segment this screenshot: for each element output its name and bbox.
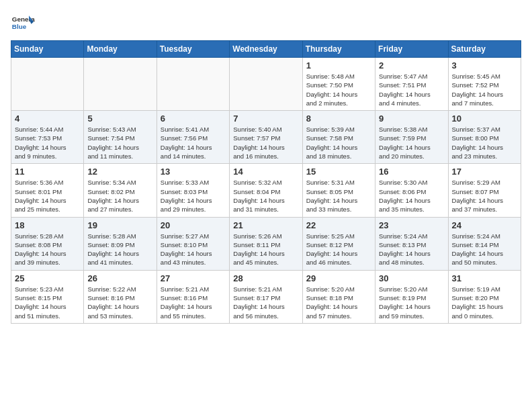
day-number: 4 [15, 113, 80, 124]
day-detail: Sunrise: 5:41 AM Sunset: 7:56 PM Dayligh… [161, 125, 226, 161]
calendar-cell: 15Sunrise: 5:31 AM Sunset: 8:05 PM Dayli… [302, 164, 375, 217]
calendar-cell: 19Sunrise: 5:28 AM Sunset: 8:09 PM Dayli… [84, 217, 157, 270]
day-detail: Sunrise: 5:28 AM Sunset: 8:08 PM Dayligh… [15, 232, 80, 267]
calendar-cell: 28Sunrise: 5:21 AM Sunset: 8:17 PM Dayli… [230, 270, 302, 323]
day-detail: Sunrise: 5:38 AM Sunset: 7:59 PM Dayligh… [379, 125, 444, 161]
day-detail: Sunrise: 5:45 AM Sunset: 7:52 PM Dayligh… [452, 72, 517, 107]
day-number: 10 [452, 113, 517, 124]
day-detail: Sunrise: 5:32 AM Sunset: 8:04 PM Dayligh… [233, 178, 298, 214]
day-detail: Sunrise: 5:22 AM Sunset: 8:16 PM Dayligh… [87, 285, 152, 320]
day-number: 5 [87, 113, 152, 124]
day-detail: Sunrise: 5:34 AM Sunset: 8:02 PM Dayligh… [87, 178, 152, 214]
calendar-cell: 20Sunrise: 5:27 AM Sunset: 8:10 PM Dayli… [157, 217, 229, 270]
day-number: 14 [233, 167, 298, 177]
day-number: 11 [15, 167, 80, 177]
day-detail: Sunrise: 5:44 AM Sunset: 7:53 PM Dayligh… [15, 125, 80, 161]
weekday-header-sunday: Sunday [11, 41, 84, 58]
day-detail: Sunrise: 5:36 AM Sunset: 8:01 PM Dayligh… [15, 178, 80, 214]
day-detail: Sunrise: 5:21 AM Sunset: 8:17 PM Dayligh… [233, 285, 298, 320]
day-number: 2 [379, 60, 444, 71]
day-detail: Sunrise: 5:26 AM Sunset: 8:11 PM Dayligh… [233, 232, 298, 267]
calendar-cell: 1Sunrise: 5:48 AM Sunset: 7:50 PM Daylig… [302, 58, 375, 111]
calendar-cell: 25Sunrise: 5:23 AM Sunset: 8:15 PM Dayli… [11, 270, 84, 323]
weekday-header-monday: Monday [84, 41, 157, 58]
day-detail: Sunrise: 5:28 AM Sunset: 8:09 PM Dayligh… [87, 232, 152, 267]
weekday-header-tuesday: Tuesday [157, 41, 229, 58]
calendar-cell [157, 58, 229, 111]
day-detail: Sunrise: 5:21 AM Sunset: 8:16 PM Dayligh… [161, 285, 226, 320]
page-container: General Blue SundayMondayTuesdayWednesda… [0, 0, 532, 329]
calendar-cell: 29Sunrise: 5:20 AM Sunset: 8:18 PM Dayli… [302, 270, 375, 323]
calendar-cell: 21Sunrise: 5:26 AM Sunset: 8:11 PM Dayli… [230, 217, 302, 270]
day-detail: Sunrise: 5:20 AM Sunset: 8:18 PM Dayligh… [306, 285, 371, 320]
day-detail: Sunrise: 5:31 AM Sunset: 8:05 PM Dayligh… [306, 178, 371, 214]
week-row-2: 4Sunrise: 5:44 AM Sunset: 7:53 PM Daylig… [11, 111, 521, 164]
day-number: 20 [161, 220, 226, 230]
calendar-cell [11, 58, 84, 111]
day-number: 28 [233, 273, 298, 283]
day-detail: Sunrise: 5:43 AM Sunset: 7:54 PM Dayligh… [87, 125, 152, 161]
day-detail: Sunrise: 5:39 AM Sunset: 7:58 PM Dayligh… [306, 125, 371, 161]
day-detail: Sunrise: 5:24 AM Sunset: 8:14 PM Dayligh… [452, 232, 517, 267]
calendar-cell: 7Sunrise: 5:40 AM Sunset: 7:57 PM Daylig… [230, 111, 302, 164]
day-detail: Sunrise: 5:40 AM Sunset: 7:57 PM Dayligh… [233, 125, 298, 161]
day-number: 13 [161, 167, 226, 177]
weekday-header-row: SundayMondayTuesdayWednesdayThursdayFrid… [11, 41, 521, 58]
day-number: 9 [379, 113, 444, 124]
calendar-cell: 31Sunrise: 5:19 AM Sunset: 8:20 PM Dayli… [448, 270, 521, 323]
week-row-1: 1Sunrise: 5:48 AM Sunset: 7:50 PM Daylig… [11, 58, 521, 111]
calendar-cell: 24Sunrise: 5:24 AM Sunset: 8:14 PM Dayli… [448, 217, 521, 270]
calendar-cell: 11Sunrise: 5:36 AM Sunset: 8:01 PM Dayli… [11, 164, 84, 217]
day-number: 18 [15, 220, 80, 230]
calendar-cell: 2Sunrise: 5:47 AM Sunset: 7:51 PM Daylig… [375, 58, 448, 111]
calendar-cell: 14Sunrise: 5:32 AM Sunset: 8:04 PM Dayli… [230, 164, 302, 217]
week-row-5: 25Sunrise: 5:23 AM Sunset: 8:15 PM Dayli… [11, 270, 521, 323]
day-detail: Sunrise: 5:33 AM Sunset: 8:03 PM Dayligh… [161, 178, 226, 214]
calendar-cell: 17Sunrise: 5:29 AM Sunset: 8:07 PM Dayli… [448, 164, 521, 217]
calendar-cell: 30Sunrise: 5:20 AM Sunset: 8:19 PM Dayli… [375, 270, 448, 323]
calendar-cell: 22Sunrise: 5:25 AM Sunset: 8:12 PM Dayli… [302, 217, 375, 270]
day-number: 17 [452, 167, 517, 177]
day-number: 23 [379, 220, 444, 230]
calendar-cell: 4Sunrise: 5:44 AM Sunset: 7:53 PM Daylig… [11, 111, 84, 164]
day-number: 1 [306, 60, 371, 71]
logo: General Blue [11, 11, 35, 35]
weekday-header-thursday: Thursday [302, 41, 375, 58]
svg-text:Blue: Blue [12, 23, 27, 30]
calendar-cell [84, 58, 157, 111]
calendar-cell: 9Sunrise: 5:38 AM Sunset: 7:59 PM Daylig… [375, 111, 448, 164]
day-detail: Sunrise: 5:47 AM Sunset: 7:51 PM Dayligh… [379, 72, 444, 107]
day-detail: Sunrise: 5:30 AM Sunset: 8:06 PM Dayligh… [379, 178, 444, 214]
week-row-3: 11Sunrise: 5:36 AM Sunset: 8:01 PM Dayli… [11, 164, 521, 217]
calendar-cell: 8Sunrise: 5:39 AM Sunset: 7:58 PM Daylig… [302, 111, 375, 164]
weekday-header-wednesday: Wednesday [230, 41, 302, 58]
calendar-cell: 23Sunrise: 5:24 AM Sunset: 8:13 PM Dayli… [375, 217, 448, 270]
day-number: 22 [306, 220, 371, 230]
day-detail: Sunrise: 5:48 AM Sunset: 7:50 PM Dayligh… [306, 72, 371, 107]
calendar-cell: 18Sunrise: 5:28 AM Sunset: 8:08 PM Dayli… [11, 217, 84, 270]
day-detail: Sunrise: 5:25 AM Sunset: 8:12 PM Dayligh… [306, 232, 371, 267]
day-number: 15 [306, 167, 371, 177]
day-number: 21 [233, 220, 298, 230]
day-number: 31 [452, 273, 517, 283]
day-number: 29 [306, 273, 371, 283]
day-detail: Sunrise: 5:37 AM Sunset: 8:00 PM Dayligh… [452, 125, 517, 161]
day-detail: Sunrise: 5:19 AM Sunset: 8:20 PM Dayligh… [452, 285, 517, 320]
day-number: 27 [161, 273, 226, 283]
calendar-cell: 26Sunrise: 5:22 AM Sunset: 8:16 PM Dayli… [84, 270, 157, 323]
day-number: 25 [15, 273, 80, 283]
calendar-table: SundayMondayTuesdayWednesdayThursdayFrid… [11, 40, 521, 324]
weekday-header-saturday: Saturday [448, 41, 521, 58]
week-row-4: 18Sunrise: 5:28 AM Sunset: 8:08 PM Dayli… [11, 217, 521, 270]
calendar-cell: 12Sunrise: 5:34 AM Sunset: 8:02 PM Dayli… [84, 164, 157, 217]
calendar-cell: 16Sunrise: 5:30 AM Sunset: 8:06 PM Dayli… [375, 164, 448, 217]
day-detail: Sunrise: 5:27 AM Sunset: 8:10 PM Dayligh… [161, 232, 226, 267]
logo-icon: General Blue [11, 11, 35, 35]
day-number: 3 [452, 60, 517, 71]
day-detail: Sunrise: 5:20 AM Sunset: 8:19 PM Dayligh… [379, 285, 444, 320]
day-number: 19 [87, 220, 152, 230]
day-detail: Sunrise: 5:23 AM Sunset: 8:15 PM Dayligh… [15, 285, 80, 320]
day-number: 30 [379, 273, 444, 283]
day-number: 24 [452, 220, 517, 230]
day-detail: Sunrise: 5:29 AM Sunset: 8:07 PM Dayligh… [452, 178, 517, 214]
